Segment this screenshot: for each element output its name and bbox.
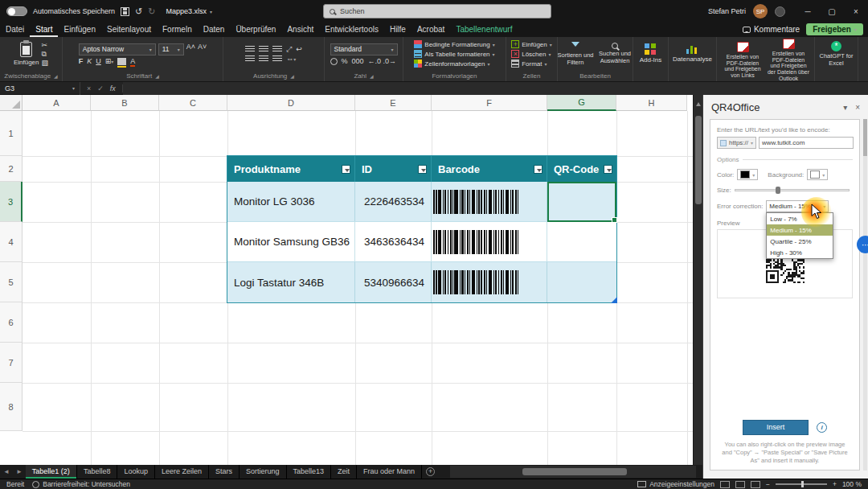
zoom-slider-thumb[interactable] [801,481,804,487]
tab-einfuegen[interactable]: Einfügen [58,23,100,37]
italic-button[interactable]: K [87,58,92,65]
sheet-tab-sortierung[interactable]: Sortierung [240,465,287,479]
row-header-1[interactable]: 1 [0,111,23,156]
cell-produktname[interactable]: Monitor Samsung GB36 [227,222,355,261]
page-layout-view-button[interactable] [735,481,745,488]
tab-acrobat[interactable]: Acrobat [411,23,450,37]
align-bottom-icon[interactable] [272,46,282,53]
panel-collapse-icon[interactable]: ▾ [843,103,847,112]
cell-id[interactable]: 5340966634 [355,262,432,302]
sheet-tab-leere-zeilen[interactable]: Leere Zeilen [155,465,209,479]
select-all-corner[interactable] [0,95,23,111]
grow-font-icon[interactable]: A˄ [186,43,195,55]
addins-button[interactable]: Add-Ins [640,43,662,64]
row-header-2[interactable]: 2 [0,156,23,182]
align-right-icon[interactable] [272,55,282,63]
chatgpt-button[interactable]: * ChatGPT for Excel [818,41,855,67]
cell-barcode[interactable] [432,222,547,261]
redo-icon[interactable]: ↻ [148,7,155,16]
dialog-launcher-icon[interactable]: ◢ [370,72,374,81]
cell-barcode[interactable] [432,262,547,302]
add-sheet-button[interactable]: + [426,467,435,476]
insert-function-icon[interactable]: fx [110,84,116,92]
merge-center-icon[interactable]: ⇔▾ [286,55,296,63]
underline-button[interactable]: U [96,58,101,65]
sheet-tab-tabelle8[interactable]: Tabelle8 [77,465,118,479]
filter-button[interactable] [418,165,427,174]
sheet-tab-lookup[interactable]: Lookup [117,465,155,479]
cell-styles-button[interactable]: Zellenformatvorlagen▾ [414,60,489,68]
wrap-text-icon[interactable]: ↩ [296,46,302,53]
scrollbar-thumb[interactable] [522,468,627,475]
percent-icon[interactable]: % [342,58,348,65]
format-painter-icon[interactable]: ▧ [42,60,49,67]
cell-produktname[interactable]: Logi Tastatur 346B [227,262,355,302]
font-color-icon[interactable]: A [130,58,135,65]
worksheet[interactable]: A B C D E F G H 1 2 3 4 5 6 7 8 Produktn… [0,95,693,465]
tab-seitenlayout[interactable]: Seitenlayout [101,23,157,37]
sheet-tab-zeit[interactable]: Zeit [331,465,357,479]
comma-icon[interactable]: 000 [352,58,364,65]
row-header-6[interactable]: 6 [0,302,23,343]
align-middle-icon[interactable] [259,46,268,53]
tab-formeln[interactable]: Formeln [157,23,198,37]
align-top-icon[interactable] [245,46,255,53]
align-left-icon[interactable] [245,55,255,63]
vertical-scrollbar[interactable] [693,95,702,465]
cell-id[interactable]: 2226463534 [355,182,432,221]
accessibility-checker[interactable]: Barrierefreiheit: Untersuchen [32,480,130,488]
decimal-icons[interactable]: ←.0 .0→ [368,58,397,65]
paste-button[interactable]: Einfügen [14,42,39,66]
table-header-qrcode[interactable]: QR-Code [547,156,616,182]
avatar[interactable]: SP [753,4,768,18]
tab-entwicklertools[interactable]: Entwicklertools [319,23,384,37]
url-input[interactable] [759,137,854,149]
format-cells-button[interactable]: Format▾ [511,60,547,68]
panel-scrollbar[interactable] [863,119,867,471]
pdf-create-share-outlook-button[interactable]: Erstellen von PDF-Dateien und Freigeben … [767,39,810,81]
scroll-up-icon[interactable] [696,100,701,106]
tab-datei[interactable]: Datei [0,23,30,37]
conditional-formatting-button[interactable]: Bedingte Formatierung▾ [414,40,494,48]
copy-icon[interactable]: ⧉ [42,51,47,58]
cell-qrcode[interactable] [547,262,616,302]
comments-button[interactable]: Kommentare [743,25,800,34]
tab-start[interactable]: Start [30,23,58,37]
tab-ueberpruefen[interactable]: Überprüfen [230,23,281,37]
row-header-8[interactable]: 8 [0,383,23,431]
row-header-4[interactable]: 4 [0,222,23,262]
scrollbar-thumb[interactable] [695,116,702,204]
formula-input[interactable] [123,82,868,95]
row-header-3[interactable]: 3 [0,182,23,222]
maximize-button[interactable]: ▢ [820,0,844,23]
search-input[interactable]: Suchen [323,4,551,18]
tab-ansicht[interactable]: Ansicht [281,23,319,37]
column-header-c[interactable]: C [159,95,227,111]
filter-button[interactable] [534,165,542,174]
info-icon[interactable]: i [817,422,827,433]
normal-view-button[interactable] [720,481,730,488]
sheet-tab-tabelle1-2[interactable]: Tabelle1 (2) [26,465,77,479]
zoom-in-icon[interactable]: + [833,480,837,488]
cell-barcode[interactable] [432,182,547,221]
sheet-tab-stars[interactable]: Stars [209,465,240,479]
dropdown-option-quartile[interactable]: Quartile - 25% [767,236,833,247]
currency-icon[interactable] [330,58,338,65]
zoom-level[interactable]: 100 % [842,480,862,488]
enter-icon[interactable]: ✓ [97,84,104,92]
bold-button[interactable]: F [79,58,84,65]
cell-id[interactable]: 3463636434 [355,222,432,261]
align-center-icon[interactable] [259,55,268,63]
data-analysis-button[interactable]: Datenanalyse [673,44,712,63]
zoom-slider[interactable] [776,483,827,485]
tab-daten[interactable]: Daten [198,23,231,37]
table-header-id[interactable]: ID [355,156,432,182]
share-button[interactable]: Freigeben ▾ [806,23,863,35]
horizontal-scrollbar[interactable] [450,466,696,478]
column-header-b[interactable]: B [91,95,159,111]
filter-button[interactable] [604,165,612,174]
save-icon[interactable] [121,7,129,16]
format-as-table-button[interactable]: Als Tabelle formatieren▾ [414,50,494,58]
borders-icon[interactable]: ⊞▾ [105,58,114,65]
color-picker[interactable]: ▾ [737,169,758,180]
